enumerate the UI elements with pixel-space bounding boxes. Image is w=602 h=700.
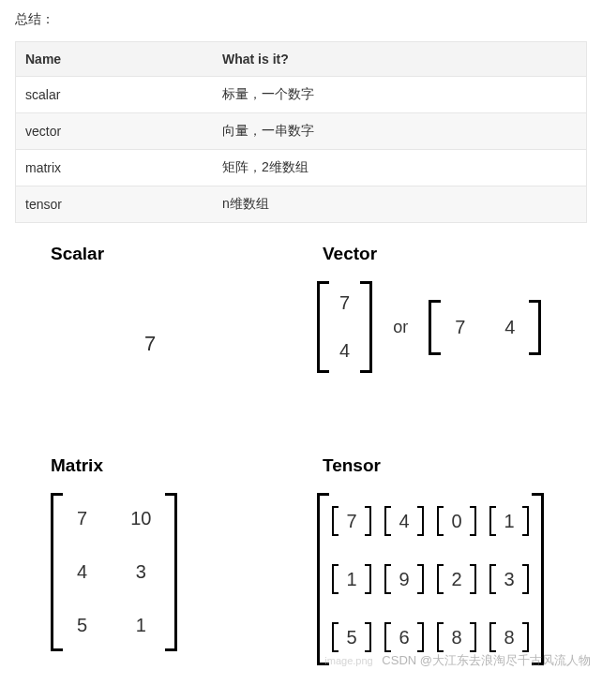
- matrix-panel: Matrix 7 10 4 3 5 1: [15, 455, 285, 665]
- summary-label: 总结：: [15, 11, 587, 28]
- scalar-value: 7: [15, 264, 285, 424]
- cell-name: tensor: [16, 186, 214, 223]
- vector-row-value: 4: [504, 317, 515, 338]
- cell-name: vector: [16, 113, 214, 150]
- tensor-cell: 1: [338, 564, 366, 594]
- matrix-cell: 10: [130, 508, 151, 529]
- table-row: matrix 矩阵，2维数组: [16, 150, 587, 186]
- matrix-bracket: 7 10 4 3 5 1: [51, 493, 177, 651]
- vector-row-value: 7: [455, 317, 465, 338]
- cell-name: matrix: [16, 150, 214, 186]
- cell-name: scalar: [16, 77, 214, 113]
- vector-col-value: 7: [339, 292, 350, 314]
- cell-desc: n维数组: [213, 186, 587, 223]
- table-row: scalar 标量，一个数字: [16, 77, 587, 113]
- col-header-name: Name: [16, 42, 214, 77]
- matrix-cell: 4: [77, 561, 87, 583]
- vector-or-label: or: [393, 318, 408, 337]
- definitions-table: Name What is it? scalar 标量，一个数字 vector 向…: [15, 41, 587, 223]
- table-row: tensor n维数组: [16, 186, 587, 223]
- tensor-cell: 5: [338, 622, 366, 652]
- tensor-cell: 0: [443, 506, 471, 536]
- tensor-cell: 7: [338, 506, 366, 536]
- tensor-cell: 2: [443, 564, 471, 594]
- diagram-grid: Scalar 7 Vector 7 4 or 7 4: [15, 244, 587, 665]
- matrix-cell: 3: [136, 561, 146, 583]
- vector-panel: Vector 7 4 or 7 4: [317, 244, 587, 424]
- tensor-cell: 8: [495, 622, 523, 652]
- col-header-desc: What is it?: [213, 42, 587, 77]
- tensor-cell: 1: [495, 506, 523, 536]
- matrix-cell: 7: [77, 508, 87, 529]
- vector-title: Vector: [323, 244, 587, 264]
- matrix-cell: 5: [77, 615, 87, 636]
- table-row: vector 向量，一串数字: [16, 113, 587, 150]
- scalar-panel: Scalar 7: [15, 244, 285, 424]
- tensor-cell: 8: [443, 622, 471, 652]
- tensor-cell: 4: [390, 506, 418, 536]
- cell-desc: 矩阵，2维数组: [213, 150, 587, 186]
- matrix-title: Matrix: [51, 455, 285, 476]
- tensor-cell: 3: [495, 564, 523, 594]
- vector-row-bracket: 7 4: [429, 300, 541, 355]
- tensor-cell: 6: [390, 622, 418, 652]
- scalar-title: Scalar: [51, 244, 285, 264]
- tensor-outer-bracket: 7 4 0 1 1 9 2 3 5 6 8 8: [317, 493, 544, 665]
- tensor-panel: Tensor 7 4 0 1 1 9 2 3 5 6 8: [317, 455, 587, 665]
- cell-desc: 向量，一串数字: [213, 113, 587, 150]
- matrix-cell: 1: [136, 615, 146, 636]
- vector-col-value: 4: [339, 340, 350, 362]
- vector-column-bracket: 7 4: [317, 281, 372, 373]
- tensor-title: Tensor: [323, 455, 587, 476]
- tensor-cell: 9: [390, 564, 418, 594]
- cell-desc: 标量，一个数字: [213, 77, 587, 113]
